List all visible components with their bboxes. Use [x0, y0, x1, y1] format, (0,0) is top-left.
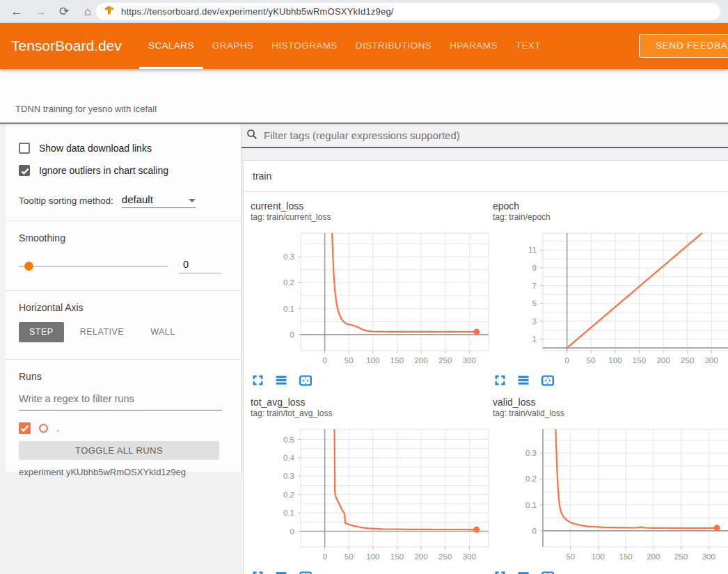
app-header: TensorBoard.dev SCALARSGRAPHSHISTOGRAMSD… — [0, 23, 728, 69]
chevron-down-icon — [189, 199, 196, 202]
section-divider — [6, 290, 241, 291]
svg-text:9: 9 — [532, 264, 537, 272]
svg-text:200: 200 — [647, 552, 660, 561]
smoothing-label: Smoothing — [19, 232, 227, 244]
sidebar-checkbox-1[interactable] — [19, 165, 30, 176]
fullscreen-icon[interactable] — [493, 373, 508, 388]
toggle-all-runs-button[interactable]: TOGGLE ALL RUNS — [19, 441, 219, 460]
fullscreen-icon[interactable] — [251, 569, 266, 574]
tab-text[interactable]: TEXT — [507, 23, 550, 69]
runs-label: Runs — [19, 371, 227, 382]
horizontal-axis-buttons: STEP RELATIVE WALL — [19, 322, 227, 342]
svg-text:0: 0 — [564, 356, 569, 365]
chart-plot[interactable]: 05010015020025030000.10.20.30.40.5 — [251, 427, 491, 566]
chart-title: tot_avg_loss — [251, 397, 491, 408]
app-logo[interactable]: TensorBoard.dev — [11, 23, 122, 69]
fit-domain-to-data-icon[interactable] — [540, 373, 555, 388]
show-download-links-row[interactable]: Show data download links — [19, 141, 227, 156]
tooltip-sorting-value: default — [122, 193, 153, 205]
chart-plot[interactable]: 05010015020025030000.10.20.3 — [251, 231, 491, 370]
tooltip-sorting-row: Tooltip sorting method: default — [19, 193, 227, 208]
svg-text:50: 50 — [345, 552, 354, 561]
horizontal-axis-label: Horizontal Axis — [19, 302, 227, 313]
section-title[interactable]: train — [244, 161, 728, 192]
fit-domain-to-data-icon[interactable] — [298, 373, 313, 388]
axis-button-step[interactable]: STEP — [19, 322, 64, 342]
filter-tags-row[interactable]: Filter tags (regular expressions support… — [242, 124, 728, 148]
tab-hparams[interactable]: HPARAMS — [441, 23, 507, 69]
svg-text:5: 5 — [532, 299, 537, 308]
svg-text:11: 11 — [528, 246, 537, 254]
browser-forward-icon[interactable]: → — [33, 5, 47, 19]
svg-text:0.2: 0.2 — [283, 491, 294, 499]
runs-regex-input[interactable]: Write a regex to filter runs — [19, 393, 222, 410]
svg-text:0: 0 — [322, 552, 326, 561]
svg-text:0.3: 0.3 — [283, 472, 294, 480]
experiment-subheader: TDNN training for yesno with icefall — [0, 69, 728, 124]
chart-actions — [493, 373, 728, 388]
tooltip-sorting-label: Tooltip sorting method: — [19, 196, 113, 208]
tab-histograms[interactable]: HISTOGRAMS — [262, 23, 347, 69]
slider-thumb[interactable] — [24, 262, 33, 271]
filter-tags-input[interactable]: Filter tags (regular expressions support… — [264, 129, 460, 141]
tensorboard-favicon-icon — [104, 5, 115, 19]
chart-card-epoch: epoch tag: train/epoch 05010015020025030… — [493, 200, 728, 388]
chart-tag: tag: train/current_loss — [251, 212, 491, 223]
send-feedback-button[interactable]: SEND FEEDBACK — [639, 34, 728, 58]
svg-text:200: 200 — [414, 356, 427, 365]
svg-text:300: 300 — [702, 552, 715, 561]
fit-domain-to-data-icon[interactable] — [540, 569, 555, 574]
fullscreen-icon[interactable] — [493, 569, 508, 574]
svg-text:150: 150 — [390, 552, 404, 561]
svg-text:100: 100 — [366, 552, 379, 561]
checkbox-label: Show data download links — [39, 143, 152, 154]
tab-graphs[interactable]: GRAPHS — [203, 23, 262, 69]
svg-text:250: 250 — [681, 356, 694, 365]
chart-tag: tag: train/tot_avg_loss — [251, 408, 491, 419]
url-text: https://tensorboard.dev/experiment/yKUbh… — [121, 6, 394, 17]
ignore-outliers-row[interactable]: Ignore outliers in chart scaling — [19, 163, 227, 178]
data-series-list-icon[interactable] — [516, 373, 532, 388]
sidebar-checkbox-0[interactable] — [19, 143, 30, 154]
run-checkbox[interactable] — [19, 422, 31, 434]
browser-home-icon[interactable]: ⌂ — [81, 5, 95, 19]
run-row[interactable]: . — [19, 422, 227, 434]
svg-text:3: 3 — [532, 317, 537, 326]
svg-text:7: 7 — [532, 282, 537, 290]
chart-title: valid_loss — [493, 397, 728, 408]
axis-button-relative[interactable]: RELATIVE — [70, 322, 135, 342]
data-series-list-icon[interactable] — [274, 569, 290, 574]
svg-text:0.5: 0.5 — [283, 436, 294, 444]
smoothing-value[interactable]: 0 — [179, 259, 221, 273]
svg-text:150: 150 — [619, 552, 633, 561]
svg-text:0.3: 0.3 — [283, 253, 294, 261]
chart-plot[interactable]: 0501001502002503001357911 — [493, 231, 728, 370]
chart-card-current_loss: current_loss tag: train/current_loss 050… — [251, 200, 491, 388]
fit-domain-to-data-icon[interactable] — [298, 569, 313, 574]
svg-text:100: 100 — [608, 356, 622, 365]
charts-grid: current_loss tag: train/current_loss 050… — [244, 192, 728, 574]
settings-sidebar: Show data download links Ignore outliers… — [6, 124, 242, 472]
browser-back-icon[interactable]: ← — [10, 5, 24, 19]
tooltip-sorting-select[interactable]: default — [122, 193, 196, 208]
svg-text:0: 0 — [322, 356, 326, 365]
run-color-swatch — [39, 424, 48, 433]
address-bar[interactable]: https://tensorboard.dev/experiment/yKUbh… — [96, 3, 720, 20]
svg-text:0.4: 0.4 — [283, 454, 295, 462]
axis-button-wall[interactable]: WALL — [140, 322, 186, 342]
fullscreen-icon[interactable] — [251, 373, 266, 388]
main-content: Filter tags (regular expressions support… — [242, 124, 728, 574]
smoothing-slider[interactable] — [19, 266, 168, 267]
svg-text:0.1: 0.1 — [283, 509, 294, 517]
browser-reload-icon[interactable]: ⟳ — [57, 5, 71, 19]
data-series-list-icon[interactable] — [516, 569, 532, 574]
chart-title: current_loss — [251, 200, 491, 212]
chart-card-tot_avg_loss: tot_avg_loss tag: train/tot_avg_loss 050… — [251, 397, 491, 574]
tab-distributions[interactable]: DISTRIBUTIONS — [347, 23, 441, 69]
nav-tabs: SCALARSGRAPHSHISTOGRAMSDISTRIBUTIONSHPAR… — [139, 23, 550, 69]
svg-text:100: 100 — [366, 356, 379, 365]
chart-card-valid_loss: valid_loss tag: train/valid_loss 5010015… — [493, 397, 728, 574]
chart-plot[interactable]: 5010015020025030000.10.20.3 — [493, 427, 728, 566]
data-series-list-icon[interactable] — [274, 373, 290, 388]
tab-scalars[interactable]: SCALARS — [139, 23, 203, 69]
